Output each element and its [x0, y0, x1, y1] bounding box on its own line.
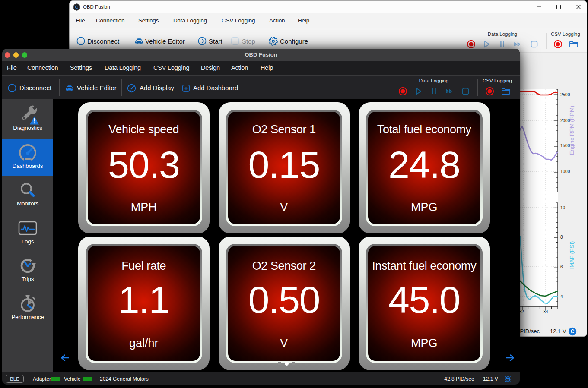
svg-text:2500: 2500	[560, 92, 570, 97]
svg-text:C: C	[571, 328, 575, 334]
svg-text:IMAP (PSI): IMAP (PSI)	[569, 241, 575, 269]
svg-text:6: 6	[560, 265, 563, 269]
svg-text:32: 32	[519, 309, 524, 314]
svg-text:4: 4	[560, 294, 563, 299]
svg-text:1000: 1000	[560, 169, 570, 174]
svg-text:8: 8	[560, 235, 563, 240]
svg-text:34: 34	[543, 309, 548, 314]
svg-text:Engine RPM (RPM): Engine RPM (RPM)	[569, 106, 575, 155]
svg-text:10: 10	[560, 205, 566, 210]
